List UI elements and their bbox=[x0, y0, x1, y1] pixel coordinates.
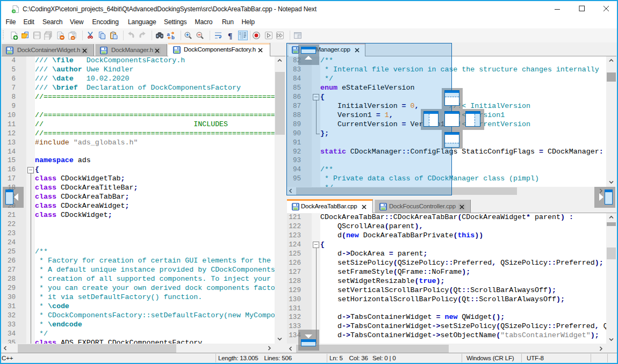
svg-text:b: b bbox=[171, 34, 175, 40]
svg-text:a: a bbox=[167, 31, 170, 37]
svg-text:¶: ¶ bbox=[228, 31, 232, 40]
